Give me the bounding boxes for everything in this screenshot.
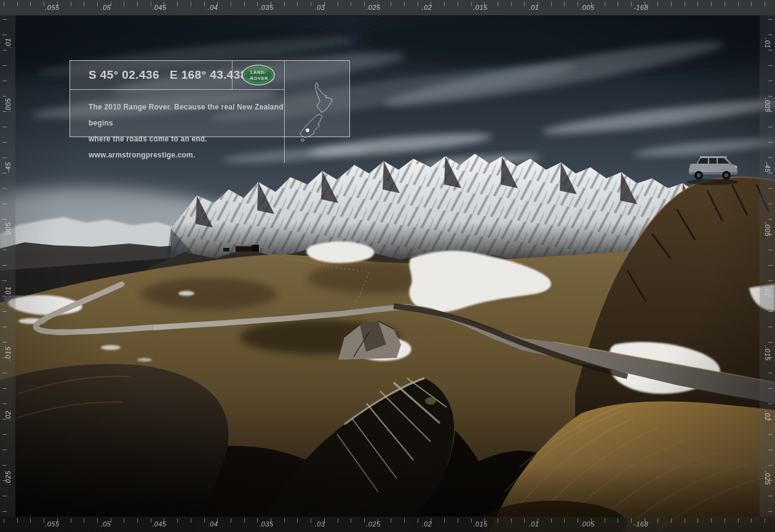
ruler-tick [738, 518, 739, 523]
ruler-tick [768, 511, 773, 512]
ruler-tick [498, 518, 498, 523]
ruler-tick [284, 2, 285, 6]
ruler-tick [768, 81, 773, 81]
ruler-tick [311, 518, 311, 523]
ruler-tick [151, 518, 151, 523]
ruler-label: .04 [208, 520, 218, 528]
ruler-tick [84, 2, 84, 6]
bottom-shade [0, 394, 775, 532]
ruler-tick [231, 518, 231, 523]
ruler-tick [768, 50, 773, 50]
ruler-label: .035 [259, 4, 273, 11]
ruler-tick [725, 518, 725, 523]
ruler-tick [137, 518, 138, 523]
ruler-label: -168 [634, 4, 648, 11]
badge-text-top: LAND- [250, 70, 266, 74]
ruler-tick [2, 19, 7, 20]
ruler-label: .005 [4, 222, 12, 236]
ruler-tick [768, 342, 773, 343]
ruler-tick [671, 518, 672, 523]
ruler-tick [364, 518, 365, 523]
ruler-label: .025 [366, 520, 380, 528]
ruler-tick [44, 2, 44, 6]
gps-coordinates: S 45° 02.436 E 168° 43.438 [70, 61, 232, 90]
ruler-tick [204, 2, 205, 6]
latitude-value: S 45° 02.436 [89, 68, 159, 82]
ruler-label: .02 [4, 411, 12, 421]
ruler-tick [2, 434, 7, 435]
ruler-tick [738, 2, 739, 6]
ruler-tick [391, 518, 391, 523]
ruler-tick [768, 157, 773, 158]
ruler-tick [605, 518, 605, 523]
ruler-tick [2, 465, 7, 466]
ruler-tick [578, 518, 578, 523]
ruler-tick [725, 2, 725, 6]
ruler-tick [257, 518, 258, 523]
ruler-tick [444, 518, 445, 523]
ruler-tick [257, 2, 258, 6]
ruler-tick [768, 204, 773, 204]
ruler-tick [551, 518, 552, 523]
ruler-tick [631, 518, 632, 523]
ruler-label: .03 [315, 520, 325, 528]
ruler-label: .04 [208, 4, 218, 11]
ruler-label: .01 [764, 287, 771, 297]
ruler-tick [97, 518, 98, 523]
tagline: The 2010 Range Rover. Because the real N… [70, 90, 284, 163]
ruler-tick [191, 2, 191, 6]
ruler-tick [768, 465, 773, 466]
ruler-tick [30, 518, 31, 523]
ruler-tick [458, 518, 458, 523]
ruler-tick [551, 2, 552, 6]
coordinate-ruler-bottom: .055.05.045.04.035.03.025.02.015.01.005-… [0, 517, 775, 532]
ruler-tick [17, 2, 18, 6]
ruler-tick [768, 265, 773, 266]
ruler-tick [2, 280, 7, 281]
info-panel: S 45° 02.436 E 168° 43.438 LAND- -ROVER … [70, 60, 350, 137]
ruler-label: .015 [4, 346, 12, 360]
ruler-tick [698, 518, 698, 523]
ruler-tick [404, 518, 405, 523]
tagline-line2-text: where the roads come to an end. [89, 135, 207, 143]
ruler-tick [2, 127, 7, 127]
ruler-tick [137, 2, 138, 6]
ruler-tick [351, 2, 351, 6]
ruler-label: .01 [4, 38, 12, 49]
ruler-label: -45 [4, 162, 12, 172]
ruler-tick [768, 250, 773, 250]
ruler-label: -45 [764, 162, 771, 172]
ruler-tick [2, 327, 7, 327]
ruler-tick [2, 450, 7, 450]
ruler-tick [631, 2, 632, 6]
ruler-tick [711, 518, 712, 523]
ruler-tick [297, 518, 298, 523]
ruler-tick [2, 173, 7, 173]
ruler-label: .005 [4, 98, 12, 112]
ruler-tick [751, 518, 752, 523]
land-rover-badge-icon: LAND- -ROVER [241, 63, 276, 87]
ruler-label: .05 [101, 520, 111, 528]
ruler-tick [244, 518, 245, 523]
ruler-tick [768, 142, 773, 143]
coordinate-ruler-left: .01.005-45.005.01.015.02.025 [0, 15, 15, 517]
ruler-tick [17, 518, 18, 523]
ruler-tick [498, 2, 498, 6]
ruler-label: .015 [473, 4, 487, 11]
ruler-tick [768, 34, 773, 35]
ruler-tick [768, 434, 773, 435]
ruler-tick [124, 2, 124, 6]
ruler-tick [564, 518, 565, 523]
ruler-label: .03 [315, 4, 325, 11]
ruler-tick [768, 188, 773, 189]
new-zealand-outline-icon [293, 80, 342, 144]
ruler-tick [204, 518, 205, 523]
ruler-tick [768, 280, 773, 281]
ruler-tick [685, 518, 685, 523]
ruler-tick [768, 65, 773, 66]
ruler-tick [2, 204, 7, 204]
ruler-tick [418, 2, 418, 6]
ruler-label: .005 [764, 98, 771, 112]
ruler-tick [311, 2, 311, 6]
ruler-tick [768, 19, 773, 20]
